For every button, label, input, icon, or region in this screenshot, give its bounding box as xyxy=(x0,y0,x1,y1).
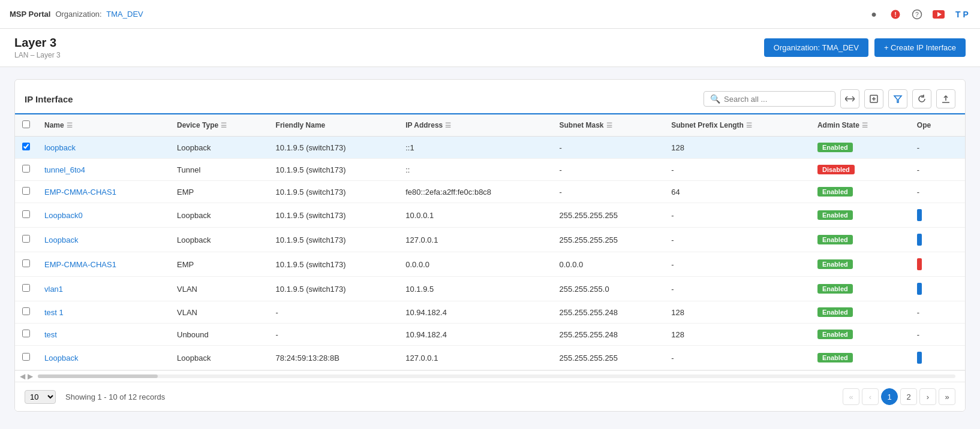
cell-subnet-prefix-length: - xyxy=(664,277,810,301)
ope-bar-blue xyxy=(917,352,922,364)
table-row: Loopback0Loopback10.1.9.5 (switch173)10.… xyxy=(15,203,965,228)
refresh-icon-btn[interactable] xyxy=(912,89,931,108)
hscroll-right-arrow[interactable]: ▶ xyxy=(28,372,33,380)
cell-device-type: Loopback xyxy=(170,346,269,370)
data-table: Name ☰ Device Type ☰ Fri xyxy=(15,114,965,370)
youtube-icon[interactable] xyxy=(932,8,945,21)
page-header: Layer 3 LAN – Layer 3 Organization: TMA_… xyxy=(0,29,980,67)
rows-per-page-select[interactable]: 10 25 50 100 xyxy=(25,390,56,404)
cell-subnet-mask: 255.255.255.255 xyxy=(552,228,664,252)
cell-name[interactable]: vlan1 xyxy=(37,277,170,301)
hscroll-left-arrow[interactable]: ◀ xyxy=(20,372,25,380)
next-page-btn[interactable]: › xyxy=(919,388,936,405)
row-checkbox[interactable] xyxy=(22,353,30,361)
row-checkbox-cell[interactable] xyxy=(15,159,37,181)
page-2-btn[interactable]: 2 xyxy=(900,388,917,405)
top-nav-left: MSP Portal Organization: TMA_DEV xyxy=(10,10,143,19)
row-checkbox[interactable] xyxy=(22,235,30,243)
col-ip-address-filter[interactable]: ☰ xyxy=(445,122,451,129)
cell-admin-state: Enabled xyxy=(810,203,910,228)
filter-icon-btn[interactable] xyxy=(888,89,907,108)
org-label: Organization: TMA_DEV xyxy=(55,10,143,19)
cell-name[interactable]: Loopback0 xyxy=(37,203,170,228)
row-checkbox-cell[interactable] xyxy=(15,252,37,277)
row-checkbox-cell[interactable] xyxy=(15,301,37,324)
cell-friendly-name: 10.1.9.5 (switch173) xyxy=(269,252,399,277)
cell-friendly-name: 10.1.9.5 (switch173) xyxy=(269,137,399,159)
row-checkbox-cell[interactable] xyxy=(15,228,37,252)
cell-name[interactable]: loopback xyxy=(37,137,170,159)
col-subnet-mask-filter[interactable]: ☰ xyxy=(606,122,612,129)
page-1-btn[interactable]: 1 xyxy=(881,388,898,405)
row-checkbox[interactable] xyxy=(22,210,30,218)
cell-ip-address: fe80::2efa:a2ff:fe0c:b8c8 xyxy=(398,181,552,203)
table-footer: 10 25 50 100 Showing 1 - 10 of 12 record… xyxy=(15,382,965,411)
row-checkbox[interactable] xyxy=(22,284,30,292)
hscroll-thumb[interactable] xyxy=(38,374,158,378)
upload-icon-btn[interactable] xyxy=(936,89,955,108)
cell-subnet-prefix-length: - xyxy=(664,228,810,252)
row-checkbox-cell[interactable] xyxy=(15,203,37,228)
col-admin-state-filter[interactable]: ☰ xyxy=(862,122,868,129)
table-row: test 1VLAN-10.94.182.4255.255.255.248128… xyxy=(15,301,965,324)
select-all-header[interactable] xyxy=(15,114,37,137)
row-checkbox[interactable] xyxy=(22,165,30,173)
row-checkbox[interactable] xyxy=(22,307,30,315)
row-checkbox[interactable] xyxy=(22,143,30,150)
org-value[interactable]: TMA_DEV xyxy=(106,10,143,19)
last-page-btn[interactable]: » xyxy=(939,388,955,405)
cell-friendly-name: - xyxy=(269,301,399,324)
col-device-type-filter[interactable]: ☰ xyxy=(221,122,227,129)
row-checkbox[interactable] xyxy=(22,187,30,195)
row-checkbox-cell[interactable] xyxy=(15,277,37,301)
cell-name[interactable]: Loopback xyxy=(37,346,170,370)
search-input[interactable] xyxy=(724,95,829,104)
cell-name[interactable]: EMP-CMMA-CHAS1 xyxy=(37,181,170,203)
expand-icon-btn[interactable] xyxy=(840,89,859,108)
cell-name[interactable]: tunnel_6to4 xyxy=(37,159,170,181)
cell-ope: - xyxy=(910,159,965,181)
cell-subnet-prefix-length: - xyxy=(664,252,810,277)
alert-icon[interactable]: ! xyxy=(889,8,902,21)
user-avatar[interactable]: T P xyxy=(954,6,970,23)
table-head: Name ☰ Device Type ☰ Fri xyxy=(15,114,965,137)
row-checkbox-cell[interactable] xyxy=(15,346,37,370)
row-checkbox-cell[interactable] xyxy=(15,137,37,159)
col-subnet-prefix-filter[interactable]: ☰ xyxy=(746,122,752,129)
cell-name[interactable]: Loopback xyxy=(37,228,170,252)
row-checkbox[interactable] xyxy=(22,330,30,337)
cell-name[interactable]: EMP-CMMA-CHAS1 xyxy=(37,252,170,277)
first-page-btn[interactable]: « xyxy=(843,388,859,405)
edit-icon-btn[interactable] xyxy=(864,89,883,108)
row-checkbox-cell[interactable] xyxy=(15,181,37,203)
cell-device-type: VLAN xyxy=(170,277,269,301)
ope-bar-red xyxy=(917,258,922,270)
table-row: vlan1VLAN10.1.9.5 (switch173)10.1.9.5255… xyxy=(15,277,965,301)
select-all-checkbox[interactable] xyxy=(22,120,30,128)
status-badge: Enabled xyxy=(817,284,853,294)
cell-admin-state: Enabled xyxy=(810,324,910,346)
prev-page-btn[interactable]: ‹ xyxy=(862,388,879,405)
create-ip-interface-button[interactable]: + Create IP Interface xyxy=(874,38,966,57)
table-header: IP Interface 🔍 xyxy=(15,80,965,114)
org-button[interactable]: Organization: TMA_DEV xyxy=(764,38,868,57)
cell-admin-state: Enabled xyxy=(810,137,910,159)
cell-device-type: Unbound xyxy=(170,324,269,346)
row-checkbox-cell[interactable] xyxy=(15,324,37,346)
footer-left: 10 25 50 100 Showing 1 - 10 of 12 record… xyxy=(25,390,165,404)
cell-name[interactable]: test 1 xyxy=(37,301,170,324)
help-icon[interactable]: ? xyxy=(910,8,924,21)
search-box[interactable]: 🔍 xyxy=(704,91,835,107)
col-name-filter[interactable]: ☰ xyxy=(67,122,73,129)
cell-name[interactable]: test xyxy=(37,324,170,346)
status-badge: Enabled xyxy=(817,259,853,269)
svg-text:!: ! xyxy=(894,10,897,17)
svg-marker-14 xyxy=(894,96,901,102)
search-icon[interactable]: ● xyxy=(867,8,880,21)
cell-ip-address: :: xyxy=(398,159,552,181)
table-header-actions: 🔍 xyxy=(704,89,955,108)
app-title: MSP Portal xyxy=(10,10,50,19)
cell-subnet-prefix-length: 128 xyxy=(664,301,810,324)
row-checkbox[interactable] xyxy=(22,259,30,267)
cell-subnet-mask: - xyxy=(552,159,664,181)
